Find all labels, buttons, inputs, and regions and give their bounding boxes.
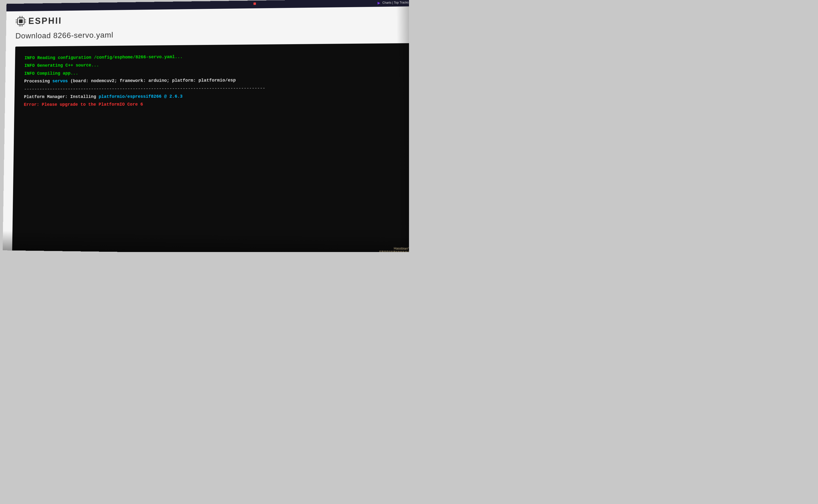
logo-text: ESPHII [28,16,62,26]
play-icon: ▶ [378,1,380,5]
top-bar-media-text: Charts | Top Tracks [382,1,409,4]
watermark: Hassbiancom 前最值得你收藏的智能家居论坛 [379,246,409,252]
screen-wrapper: ▶ Charts | Top Tracks [3,0,409,252]
watermark-sub-text: 前最值得你收藏的智能家居论坛 [379,250,409,252]
terminal-line-6: Platform Manager: Installing platformio/… [24,92,403,101]
logo-area: ESPHII [16,16,62,27]
esphome-logo-icon [16,16,26,27]
main-content: ESPHII Download 8266-servo.yaml INFO Rea… [3,6,409,252]
terminal-line-5: ----------------------------------------… [24,84,402,93]
terminal-window: INFO Reading configuration /config/espho… [12,43,409,252]
svg-rect-13 [19,19,23,23]
terminal-highlight-platformio: platformio/espressif8266 @ 2.6.3 [99,94,183,99]
terminal-line-7: Error: Please upgrade to the PlatformIO … [24,100,403,109]
page-title: Download 8266-servo.yaml [15,31,113,40]
red-dot-indicator [253,2,256,5]
watermark-main-text: Hassbiancom [379,246,409,251]
terminal-highlight-servos: servos [52,79,68,84]
